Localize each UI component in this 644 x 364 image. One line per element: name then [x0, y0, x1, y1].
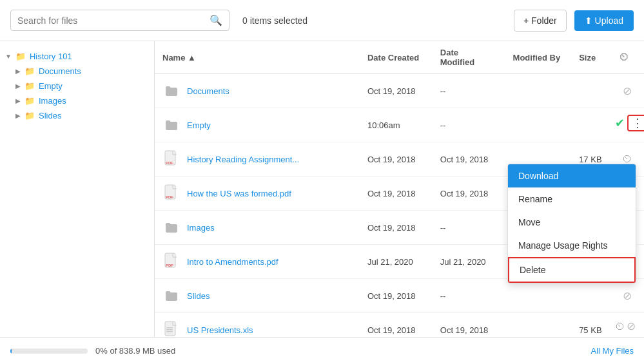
sidebar-item-images[interactable]: ▶ 📁 Images	[0, 93, 154, 108]
svg-rect-8	[166, 329, 173, 330]
col-header-date-created: Date Created	[360, 41, 433, 74]
table-row: US Presidents.xls Oct 19, 2018 Oct 19, 2…	[155, 313, 644, 338]
table-header-row: Name ▲ Date Created DateModified Modifie…	[155, 41, 644, 74]
file-name-cell: Documents	[162, 81, 352, 101]
clock-icon: ⏲	[622, 153, 632, 164]
ban-icon: ⊘	[623, 290, 632, 302]
three-dot-menu-button[interactable]: ⋮	[627, 115, 644, 131]
download-menu-item[interactable]: Download	[508, 164, 636, 187]
pdf-icon: PDF	[162, 183, 181, 204]
date-modified-cell: Jul 21, 2020	[433, 245, 505, 279]
date-created-cell: Oct 19, 2018	[360, 142, 433, 177]
ban-icon: ⊘	[623, 85, 632, 97]
date-modified-cell: Oct 19, 2018	[433, 313, 505, 338]
file-name-cell: Empty	[162, 115, 352, 135]
sidebar-item-label: History 101	[30, 52, 72, 61]
sidebar-item-label: Slides	[39, 111, 61, 120]
modified-by-cell	[505, 74, 572, 108]
size-cell	[571, 279, 611, 313]
upload-button[interactable]: ⬆ Upload	[574, 10, 634, 31]
file-name-link[interactable]: Empty	[187, 120, 211, 130]
folder-icon	[162, 285, 181, 306]
add-folder-button[interactable]: + Folder	[514, 10, 567, 32]
sidebar-item-history-101[interactable]: ▼ 📁 History 101	[0, 49, 154, 64]
svg-text:PDF: PDF	[166, 263, 173, 267]
context-menu: Download Rename Move Manage Usage Rights…	[507, 164, 636, 283]
table-row: Slides Oct 19, 2018 -- ⊘	[155, 279, 644, 313]
sidebar-item-empty[interactable]: ▶ 📁 Empty	[0, 79, 154, 93]
date-created-cell: Oct 19, 2018	[360, 74, 433, 108]
folder-icon: 📁	[24, 96, 35, 106]
search-icon: 🔍	[210, 14, 222, 26]
delete-menu-item[interactable]: Delete	[508, 257, 636, 283]
file-name-link[interactable]: Documents	[187, 86, 229, 96]
modified-by-cell	[505, 279, 572, 313]
move-menu-item[interactable]: Move	[508, 211, 636, 234]
svg-text:PDF: PDF	[166, 161, 173, 165]
all-my-files-link[interactable]: All My Files	[591, 346, 634, 356]
table-row: Documents Oct 19, 2018 -- ⊘	[155, 74, 644, 108]
table-row: Empty 10:06am -- ✔ ⋮	[155, 108, 644, 142]
date-created-cell: Oct 19, 2018	[360, 279, 433, 313]
chevron-right-icon: ▶	[15, 97, 21, 104]
date-created-cell: Oct 19, 2018	[360, 177, 433, 211]
file-name-cell: PDF How the US was formed.pdf	[162, 183, 352, 204]
chevron-down-icon: ▼	[5, 53, 12, 60]
file-name-cell: Slides	[162, 285, 352, 306]
file-name-link[interactable]: How the US was formed.pdf	[187, 189, 291, 198]
storage-usage: 0% of 838.9 MB used	[10, 346, 175, 356]
svg-rect-6	[165, 321, 175, 336]
date-modified-cell: --	[433, 108, 505, 142]
items-selected-label: 0 items selected	[237, 15, 506, 26]
storage-text-label: 0% of 838.9 MB used	[95, 346, 175, 356]
green-check-icon: ✔	[615, 116, 625, 130]
file-name-link[interactable]: Slides	[187, 291, 210, 301]
sidebar-item-slides[interactable]: ▶ 📁 Slides	[0, 108, 154, 123]
pdf-icon: PDF	[162, 251, 181, 272]
date-created-cell: Oct 19, 2018	[360, 211, 433, 245]
file-list-area: Name ▲ Date Created DateModified Modifie…	[155, 41, 644, 337]
svg-text:PDF: PDF	[166, 195, 173, 199]
size-cell: 75 KB	[571, 313, 611, 338]
svg-rect-7	[166, 327, 173, 329]
manage-usage-rights-menu-item[interactable]: Manage Usage Rights	[508, 234, 636, 257]
col-header-name[interactable]: Name ▲	[155, 41, 360, 74]
file-name-cell: PDF History Reading Assignment...	[162, 149, 352, 169]
folder-icon: 📁	[24, 66, 35, 76]
action-cell: ⊘	[611, 279, 644, 313]
svg-rect-9	[166, 331, 173, 332]
date-created-cell: Oct 19, 2018	[360, 313, 433, 338]
file-name-cell: PDF Intro to Amendments.pdf	[162, 251, 352, 272]
search-input[interactable]	[17, 15, 204, 26]
folder-icon	[162, 115, 181, 135]
file-name-cell: Images	[162, 217, 352, 238]
date-modified-cell: --	[433, 279, 505, 313]
col-header-actions: ⏲	[611, 41, 644, 74]
modified-by-cell	[505, 313, 572, 338]
file-name-cell: US Presidents.xls	[162, 320, 352, 337]
xls-icon	[162, 320, 181, 337]
date-created-cell: 10:06am	[360, 108, 433, 142]
clock-icon: ⏲	[615, 321, 625, 332]
storage-bar-background	[10, 349, 88, 354]
search-box[interactable]: 🔍	[10, 10, 229, 31]
col-header-modified-by: Modified By	[505, 41, 572, 74]
footer: 0% of 838.9 MB used All My Files	[0, 337, 644, 364]
file-name-link[interactable]: History Reading Assignment...	[187, 155, 299, 164]
size-cell	[571, 108, 611, 142]
date-modified-cell: --	[433, 211, 505, 245]
file-name-link[interactable]: Images	[187, 223, 215, 233]
date-created-cell: Jul 21, 2020	[360, 245, 433, 279]
clock-header-icon: ⏲	[619, 52, 629, 62]
action-cell: ⊘	[611, 74, 644, 108]
storage-bar-fill	[10, 349, 12, 354]
sidebar-item-label: Empty	[39, 81, 63, 91]
file-name-link[interactable]: US Presidents.xls	[187, 325, 253, 335]
chevron-right-icon: ▶	[15, 68, 21, 75]
file-name-link[interactable]: Intro to Amendments.pdf	[187, 257, 278, 267]
app-header: 🔍 0 items selected + Folder ⬆ Upload	[0, 0, 644, 41]
folder-icon	[162, 217, 181, 238]
rename-menu-item[interactable]: Rename	[508, 187, 636, 211]
date-modified-cell: Oct 19, 2018	[433, 142, 505, 177]
sidebar-item-documents[interactable]: ▶ 📁 Documents	[0, 64, 154, 79]
